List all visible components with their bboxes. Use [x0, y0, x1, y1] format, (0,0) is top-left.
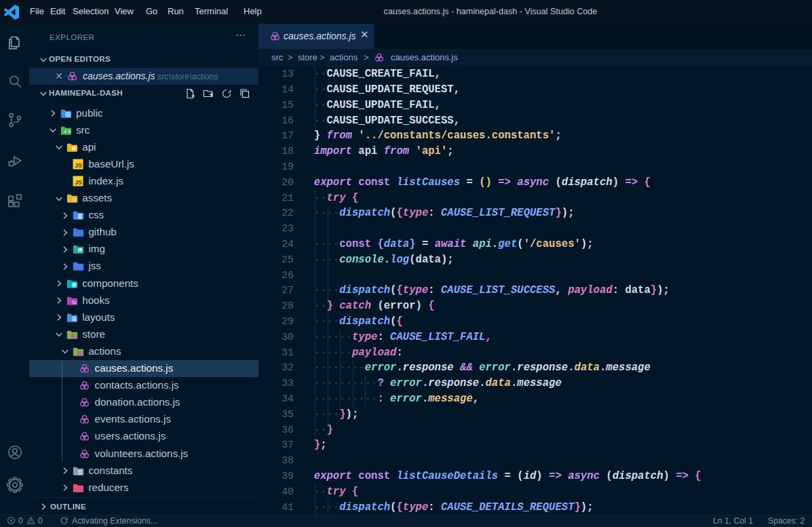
- svg-text:JS: JS: [75, 179, 82, 186]
- svg-text:JS: JS: [75, 162, 82, 169]
